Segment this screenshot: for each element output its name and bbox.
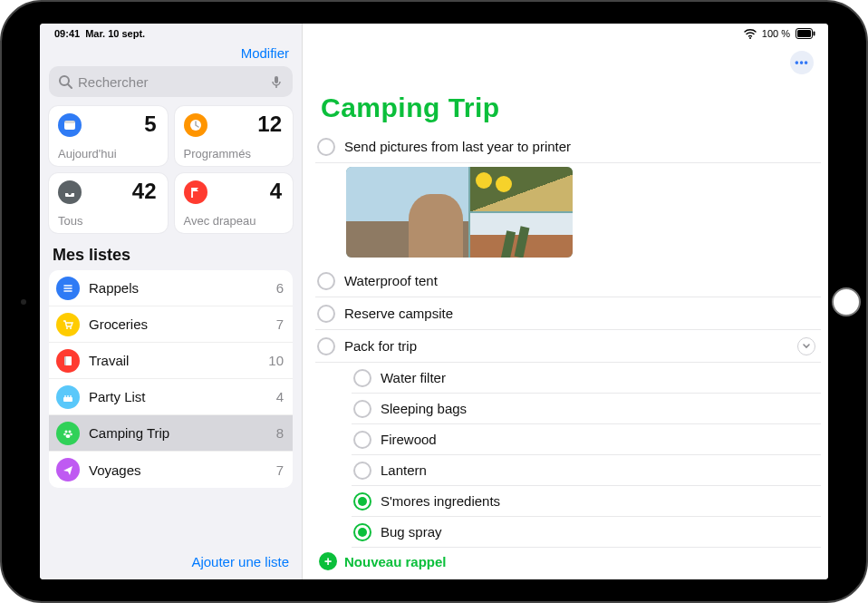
list-row[interactable]: Groceries7 xyxy=(49,306,293,343)
list-count: 4 xyxy=(276,389,284,404)
reminder-item[interactable]: Reserve campsite xyxy=(315,297,821,330)
svg-point-14 xyxy=(63,433,66,435)
thumb[interactable] xyxy=(346,167,468,258)
list-count: 7 xyxy=(276,316,284,332)
reminder-text: Water filter xyxy=(381,370,815,385)
list-title: Camping Trip xyxy=(303,74,828,129)
svg-point-12 xyxy=(65,430,68,433)
checkbox[interactable] xyxy=(317,138,335,156)
new-reminder-label: Nouveau rappel xyxy=(344,554,447,569)
list-count: 6 xyxy=(276,280,284,296)
smart-count: 12 xyxy=(257,112,282,137)
list-icon xyxy=(56,277,80,300)
reminder-subitem[interactable]: Firewood xyxy=(352,424,821,455)
svg-point-7 xyxy=(66,327,68,329)
reminder-text: S'mores ingredients xyxy=(381,493,815,509)
checkbox[interactable] xyxy=(317,272,335,290)
list-row[interactable]: Party List4 xyxy=(49,379,293,415)
add-list-button[interactable]: Ajouter une liste xyxy=(191,554,289,569)
list-icon xyxy=(56,385,80,409)
reminder-item[interactable]: Send pictures from last year to printer xyxy=(315,131,821,163)
search-input[interactable]: Rechercher xyxy=(49,66,293,97)
attachment-thumbnails[interactable] xyxy=(346,167,573,258)
flag-icon xyxy=(184,180,207,204)
reminder-text: Send pictures from last year to printer xyxy=(344,139,815,154)
edit-button[interactable]: Modifier xyxy=(241,45,289,61)
checkbox[interactable] xyxy=(353,492,371,511)
thumb[interactable] xyxy=(470,167,573,211)
battery-icon xyxy=(796,28,815,39)
smart-cards: 5 Aujourd'hui 12 Programmés 42 Tous xyxy=(40,106,302,233)
smart-count: 42 xyxy=(132,179,157,204)
checkbox[interactable] xyxy=(353,400,371,418)
chevron-down-icon[interactable] xyxy=(797,337,815,355)
status-bar-left: 09:41 Mar. 10 sept. xyxy=(40,24,302,42)
smart-card-today[interactable]: 5 Aujourd'hui xyxy=(49,106,168,166)
smart-card-flagged[interactable]: 4 Avec drapeau xyxy=(175,173,294,233)
list-count: 8 xyxy=(276,425,284,441)
screen: 09:41 Mar. 10 sept. Modifier Rechercher xyxy=(40,24,828,579)
search-icon xyxy=(58,74,72,89)
svg-line-1 xyxy=(68,84,72,88)
checkbox[interactable] xyxy=(353,431,371,449)
list-count: 7 xyxy=(276,462,284,478)
svg-rect-2 xyxy=(275,76,278,83)
svg-rect-20 xyxy=(814,32,815,36)
sidebar: 09:41 Mar. 10 sept. Modifier Rechercher xyxy=(40,24,303,579)
reminder-item[interactable]: Pack for trip xyxy=(315,330,821,363)
list-icon xyxy=(56,458,80,481)
my-lists: Rappels6Groceries7Travail10Party List4Ca… xyxy=(49,270,293,488)
svg-point-17 xyxy=(749,37,751,39)
smart-label: Programmés xyxy=(184,147,251,160)
detail-pane: 100 % ••• Camping Trip Send pictures fro… xyxy=(303,24,828,579)
smart-card-all[interactable]: 42 Tous xyxy=(49,173,168,233)
smart-label: Avec drapeau xyxy=(184,214,256,228)
smart-card-scheduled[interactable]: 12 Programmés xyxy=(175,106,294,166)
device-frame: 09:41 Mar. 10 sept. Modifier Rechercher xyxy=(0,0,868,603)
reminder-item[interactable]: Waterproof tent xyxy=(315,265,821,297)
reminder-subitem[interactable]: Water filter xyxy=(352,363,821,394)
home-button[interactable] xyxy=(832,287,861,316)
reminder-subitem[interactable]: S'mores ingredients xyxy=(352,486,821,517)
list-row[interactable]: Camping Trip8 xyxy=(49,415,293,452)
checkbox[interactable] xyxy=(353,462,371,480)
svg-point-16 xyxy=(66,434,71,438)
svg-point-8 xyxy=(70,327,72,329)
list-name: Travail xyxy=(89,353,259,368)
smart-count: 5 xyxy=(144,112,156,137)
list-row[interactable]: Rappels6 xyxy=(49,270,293,306)
clock-icon xyxy=(184,113,207,137)
reminder-text: Firewood xyxy=(381,432,815,447)
reminder-subitem[interactable]: Lantern xyxy=(352,455,821,486)
reminder-subitem[interactable]: Bug spray xyxy=(352,517,821,548)
reminder-items: Send pictures from last year to printerW… xyxy=(303,129,828,548)
thumb[interactable] xyxy=(470,213,573,258)
checkbox[interactable] xyxy=(353,369,371,387)
svg-rect-5 xyxy=(64,121,75,123)
mic-icon[interactable] xyxy=(269,74,284,89)
more-button[interactable]: ••• xyxy=(790,51,814,74)
search-placeholder: Rechercher xyxy=(78,74,264,90)
status-date: Mar. 10 sept. xyxy=(85,28,145,39)
status-bar-right: 100 % xyxy=(303,24,828,42)
list-name: Groceries xyxy=(89,316,267,332)
checkbox[interactable] xyxy=(317,305,335,323)
my-lists-title: Mes listes xyxy=(40,233,302,270)
new-reminder-button[interactable]: + Nouveau rappel xyxy=(319,552,447,570)
svg-rect-19 xyxy=(797,30,811,37)
edit-row: Modifier xyxy=(40,42,302,66)
reminder-text: Lantern xyxy=(381,462,815,478)
svg-point-13 xyxy=(69,430,72,433)
battery-label: 100 % xyxy=(762,28,790,39)
reminder-subitem[interactable]: Sleeping bags xyxy=(352,394,821,424)
list-icon xyxy=(56,422,80,445)
checkbox[interactable] xyxy=(317,337,335,355)
list-name: Voyages xyxy=(89,462,267,478)
svg-point-15 xyxy=(70,433,72,435)
list-icon xyxy=(56,313,80,336)
list-row[interactable]: Travail10 xyxy=(49,343,293,379)
reminder-text: Bug spray xyxy=(381,524,815,540)
list-row[interactable]: Voyages7 xyxy=(49,452,293,488)
checkbox[interactable] xyxy=(353,523,371,541)
svg-rect-11 xyxy=(63,397,72,402)
